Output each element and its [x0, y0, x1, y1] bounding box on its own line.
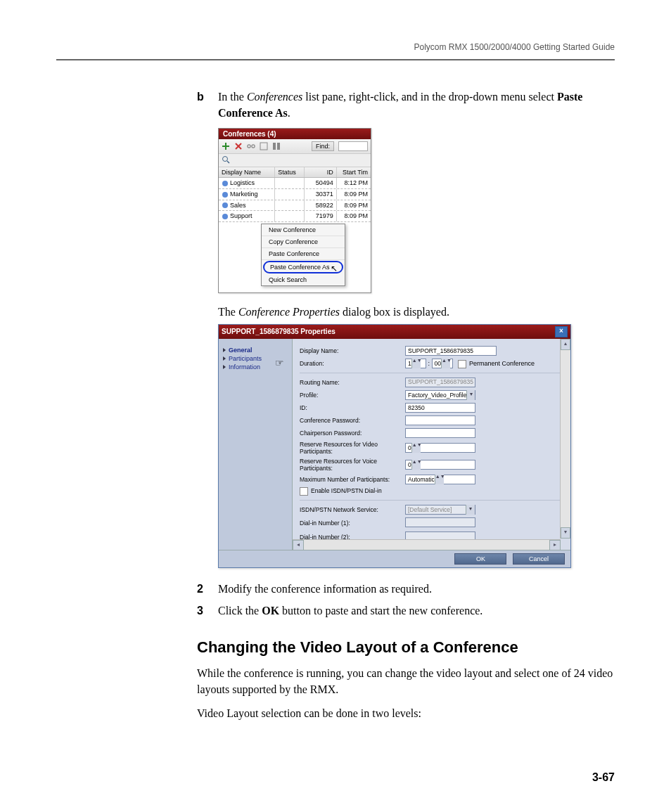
input-id[interactable]: [405, 403, 475, 413]
chevron-down-icon: ▾: [466, 505, 475, 515]
lbl-id: ID:: [300, 404, 405, 411]
lbl-dial1: Dial-in Number (1):: [300, 520, 405, 527]
scroll-right-icon[interactable]: ▸: [549, 540, 561, 550]
find-label: Find:: [312, 141, 334, 151]
view2-icon[interactable]: [272, 142, 281, 150]
svg-rect-5: [252, 145, 255, 148]
t: .: [288, 107, 290, 119]
menu-copy-conference[interactable]: Copy Conference: [262, 236, 345, 248]
input-display-name[interactable]: [405, 346, 497, 356]
spinner-icon[interactable]: ▲▼: [411, 460, 421, 470]
conferences-title: Conferences (4): [219, 129, 371, 139]
duration-minutes[interactable]: 00▲▼: [432, 359, 453, 368]
caret-icon: [223, 348, 226, 352]
spinner-icon[interactable]: ▲▼: [411, 359, 421, 368]
col-status[interactable]: Status: [275, 167, 305, 177]
divider: [300, 500, 563, 501]
cell: Marketing: [230, 191, 258, 198]
scroll-up-icon[interactable]: ▴: [561, 339, 570, 350]
conference-icon: [222, 180, 229, 187]
hand-cursor-icon: ☞: [275, 357, 284, 368]
horizontal-scrollbar[interactable]: ◂ ▸: [293, 539, 561, 550]
menu-paste-conference[interactable]: Paste Conference: [262, 248, 345, 260]
table-row[interactable]: Marketing 30371 8:09 PM: [219, 189, 371, 200]
cancel-button[interactable]: Cancel: [513, 553, 565, 565]
svg-rect-1: [222, 146, 229, 147]
scroll-left-icon[interactable]: ◂: [293, 540, 304, 550]
dialog-form: Display Name: Duration: 1▲▼ : 00▲▼ Perma…: [292, 339, 570, 550]
section-p1: While the conference is running, you can…: [197, 665, 615, 697]
spinner-icon[interactable]: ▲▼: [441, 359, 450, 368]
col-id[interactable]: ID: [305, 167, 337, 177]
step-2-label: 2: [197, 581, 218, 597]
menu-quick-search[interactable]: Quick Search: [262, 274, 345, 285]
table-row[interactable]: Support 71979 8:09 PM: [219, 211, 371, 222]
vertical-scrollbar[interactable]: ▴ ▾: [560, 339, 570, 539]
svg-rect-8: [277, 143, 280, 150]
menu-label: Paste Conference As: [270, 264, 330, 271]
svg-point-9: [223, 157, 228, 162]
add-icon[interactable]: [222, 142, 230, 150]
cell: Sales: [230, 202, 246, 209]
select-profile[interactable]: Factory_Video_Profile▾: [405, 390, 475, 400]
lbl-display-name: Display Name:: [300, 347, 405, 354]
input-chair-pw[interactable]: [405, 428, 475, 438]
link-icon[interactable]: [247, 142, 255, 150]
spin-res-video[interactable]: 0▲▼: [405, 443, 475, 453]
table-row[interactable]: Sales 58922 8:09 PM: [219, 200, 371, 212]
close-icon[interactable]: ×: [555, 326, 568, 337]
menu-new-conference[interactable]: New Conference: [262, 224, 345, 236]
svg-rect-6: [260, 143, 267, 150]
nav-label: Participants: [229, 355, 262, 362]
lbl-isdn-svc: ISDN/PSTN Network Service:: [300, 506, 405, 513]
conference-icon: [222, 202, 229, 209]
cell: 71979: [305, 211, 337, 221]
divider: [300, 373, 563, 373]
svg-rect-4: [248, 145, 250, 148]
menu-paste-conference-as[interactable]: Paste Conference As ↖: [263, 261, 343, 273]
delete-icon[interactable]: [234, 142, 243, 150]
input-conf-pw[interactable]: [405, 415, 475, 425]
dialog-nav: General Participants Information ☞: [219, 339, 292, 550]
lbl-enable-isdn: Enable ISDN/PSTN Dial-in: [311, 487, 382, 494]
lbl-duration: Duration:: [300, 360, 405, 367]
ok-button[interactable]: OK: [454, 553, 506, 565]
conferences-header-row: Display Name Status ID Start Tim: [219, 167, 371, 178]
search-icon[interactable]: [222, 155, 230, 164]
step-b-label: b: [197, 89, 218, 121]
find-input[interactable]: [338, 141, 368, 151]
conference-icon: [222, 213, 229, 220]
svg-point-14: [222, 214, 228, 219]
running-header: Polycom RMX 1500/2000/4000 Getting Start…: [56, 42, 615, 52]
col-display-name[interactable]: Display Name: [219, 167, 275, 177]
t: The: [218, 306, 238, 318]
chevron-down-icon: ▾: [466, 390, 475, 400]
scroll-down-icon[interactable]: ▾: [561, 527, 570, 539]
spin-res-voice[interactable]: 0▲▼: [405, 460, 475, 470]
table-row[interactable]: Logistics 50494 8:12 PM: [219, 178, 371, 189]
view1-icon[interactable]: [260, 142, 268, 150]
step-b-body: In the Conferences list pane, right-clic…: [218, 89, 615, 121]
chk-permanent[interactable]: [458, 360, 466, 368]
lbl-chair-pw: Chairperson Password:: [300, 430, 405, 437]
lbl-res-voice: Reserve Resources for Voice Participants…: [300, 458, 405, 472]
input-routing: SUPPORT_1586879835: [405, 378, 475, 387]
svg-point-12: [222, 192, 228, 198]
nav-general[interactable]: General: [223, 346, 288, 354]
spinner-icon[interactable]: ▲▼: [411, 443, 421, 453]
chk-enable-isdn[interactable]: [300, 487, 308, 496]
input-dial1: [405, 517, 475, 527]
context-menu: New Conference Copy Conference Paste Con…: [261, 224, 345, 286]
duration-hours[interactable]: 1▲▼: [405, 359, 426, 368]
spin-max-part[interactable]: Automatic▲▼: [405, 475, 475, 484]
section-p2: Video Layout selection can be done in tw…: [197, 705, 615, 721]
lbl-profile: Profile:: [300, 392, 405, 399]
spinner-icon[interactable]: ▲▼: [435, 475, 444, 484]
v: [Default Service]: [408, 506, 452, 513]
cell: 8:09 PM: [337, 189, 371, 200]
step-3-body: Click the OK button to paste and start t…: [218, 602, 615, 619]
col-start-time[interactable]: Start Tim: [337, 167, 371, 177]
lbl-routing: Routing Name:: [300, 379, 405, 386]
step-b: b In the Conferences list pane, right-cl…: [197, 89, 615, 121]
page-number: 3-67: [592, 771, 615, 784]
